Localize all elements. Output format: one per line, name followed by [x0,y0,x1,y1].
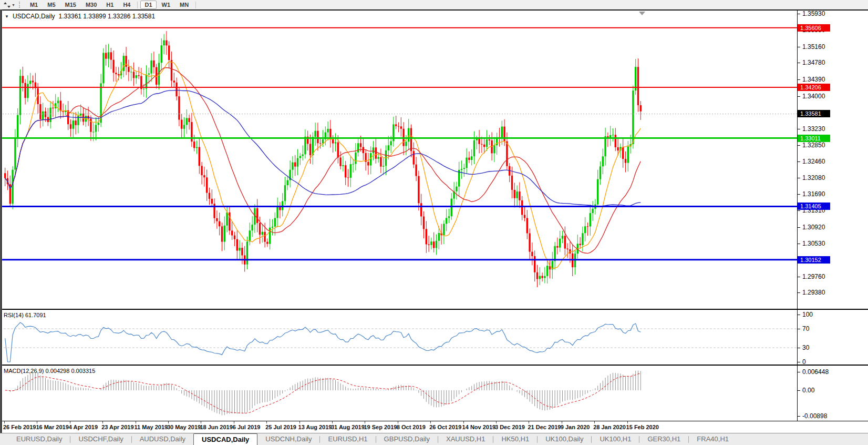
tab-audusd-daily[interactable]: AUDUSD,Daily [132,434,193,444]
time-axis-label: 13 Aug 2019 [298,424,332,430]
tab-uk100-h1[interactable]: UK100,H1 [592,434,639,444]
chart-profiles-icon[interactable] [2,1,12,8]
time-axis-label: 18 Jun 2019 [200,424,232,430]
time-axis-tick [234,421,234,423]
time-axis-tick [463,421,464,423]
time-axis-label: 3 Dec 2019 [495,424,525,430]
time-axis-tick [398,421,398,423]
window-left-border [0,9,2,433]
tab-eurusd-h1[interactable]: EURUSD,H1 [320,434,375,444]
macd-panel[interactable]: MACD(12,26,9) 0.004298 0.003315 [0,366,868,421]
time-axis-tick [562,421,562,423]
time-axis-label: 21 Dec 2019 [528,424,561,430]
time-axis-label: 26 Feb 2019 [3,424,36,430]
time-axis-tick [266,421,267,423]
timeframe-toolbar: ▼ M1M5M15M30H1H4D1W1MN [0,0,868,9]
rsi-panel[interactable]: RSI(14) 61.7091 [0,310,868,366]
tab-fra40-h1[interactable]: FRA40,H1 [689,434,737,444]
time-axis-label: 30 May 2019 [167,424,201,430]
candlestick-chart [0,11,868,309]
time-axis-tick [627,421,628,423]
time-axis-label: 25 Jul 2019 [265,424,296,430]
tab-usdchf-daily[interactable]: USDCHF,Daily [70,434,131,444]
timeframe-button-m30[interactable]: M30 [81,1,101,9]
timeframe-button-m15[interactable]: M15 [61,1,80,9]
tab-usdcad-daily[interactable]: USDCAD,Daily [193,433,257,445]
time-axis-label: 8 Oct 2019 [397,424,426,430]
toolbar-separator [137,2,138,8]
tab-ger30-h1[interactable]: GER30,H1 [639,434,688,444]
tab-uk100-daily[interactable]: UK100,Daily [538,434,591,444]
main-chart-panel[interactable]: ▼ USDCAD,Daily 1.33361 1.33899 1.33286 1… [0,9,868,310]
time-axis-label: 26 Oct 2019 [429,424,461,430]
time-axis-tick [594,421,595,423]
dropdown-caret-icon[interactable]: ▼ [12,3,15,7]
time-axis-label: 28 Jan 2020 [593,424,626,430]
timeframe-button-d1[interactable]: D1 [140,1,156,9]
tab-gbpusd-daily[interactable]: GBPUSD,Daily [376,434,438,444]
time-axis-tick [168,421,169,423]
time-axis-tick [365,421,365,423]
timeframe-button-w1[interactable]: W1 [158,1,175,9]
time-axis-label: 11 May 2019 [135,424,168,430]
time-axis-tick [136,421,136,423]
rsi-chart [0,310,868,365]
time-axis-label: 19 Sep 2019 [364,424,397,430]
time-axis-label: 31 Aug 2019 [331,424,365,430]
toolbar-separator [195,2,196,8]
timeframe-button-mn[interactable]: MN [175,1,193,9]
time-axis[interactable]: 26 Feb 201916 Mar 20194 Apr 201923 Apr 2… [0,421,868,433]
macd-label: MACD(12,26,9) 0.004298 0.003315 [4,368,95,374]
time-axis-label: 16 Mar 2019 [36,424,68,430]
chart-tabs-bar: EURUSD,DailyUSDCHF,DailyAUDUSD,DailyUSDC… [0,433,868,445]
time-axis-tick [299,421,300,423]
time-axis-tick [102,421,103,423]
collapse-caret-icon[interactable]: ▼ [5,14,9,19]
timeframe-button-m1[interactable]: M1 [26,1,42,9]
time-axis-tick [332,421,333,423]
time-axis-tick [529,421,529,423]
time-axis-tick [430,421,431,423]
time-axis-tick [496,421,497,423]
macd-chart [0,366,868,421]
time-axis-tick [37,421,37,423]
chart-title: ▼ USDCAD,Daily 1.33361 1.33899 1.33286 1… [5,13,155,20]
time-axis-label: 14 Nov 2019 [462,424,496,430]
timeframe-button-m5[interactable]: M5 [43,1,59,9]
time-axis-label: 4 Apr 2019 [69,424,98,430]
time-axis-tick [70,421,70,423]
chart-ohlc-values: 1.33361 1.33899 1.33286 1.33581 [59,13,156,20]
time-axis-label: 15 Feb 2020 [626,424,659,430]
time-axis-tick [4,421,5,423]
time-axis-label: 23 Apr 2019 [101,424,133,430]
time-axis-label: 9 Jan 2020 [561,424,590,430]
time-axis-label: 6 Jul 2019 [233,424,261,430]
timeframe-button-h1[interactable]: H1 [102,1,118,9]
tab-xauusd-h1[interactable]: XAUUSD,H1 [438,434,493,444]
tab-hk50-h1[interactable]: HK50,H1 [493,434,537,444]
timeframe-button-h4[interactable]: H4 [119,1,135,9]
tab-usdcnh-daily[interactable]: USDCNH,Daily [257,434,319,444]
toolbar-grip[interactable] [19,2,22,8]
tab-eurusd-daily[interactable]: EURUSD,Daily [8,434,70,444]
chart-symbol-period: USDCAD,Daily [13,13,55,20]
time-axis-tick [201,421,201,423]
rsi-label: RSI(14) 61.7091 [4,312,46,318]
